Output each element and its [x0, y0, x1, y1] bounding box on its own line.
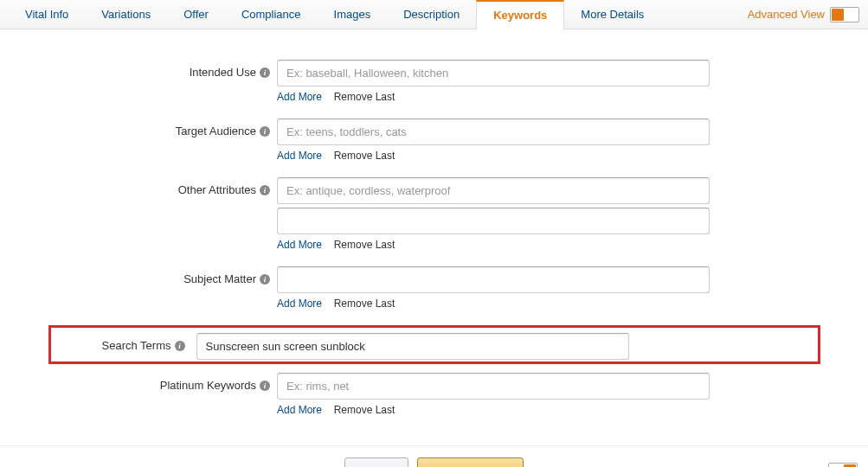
label-text: Intended Use: [190, 66, 256, 79]
input-other-attributes-2[interactable]: [277, 208, 710, 234]
row-other-attributes: Other Attributes i Add More Remove Last: [0, 177, 868, 263]
input-other-attributes-1[interactable]: [277, 177, 710, 204]
row-subject-matter: Subject Matter i Add More Remove Last: [0, 266, 868, 322]
input-target-audience[interactable]: [277, 118, 710, 145]
label-text: Other Attributes: [178, 183, 256, 196]
tab-images[interactable]: Images: [318, 0, 388, 29]
tab-more-details[interactable]: More Details: [564, 0, 660, 29]
advanced-view-label: Advanced View: [748, 8, 825, 21]
tab-description[interactable]: Description: [387, 0, 476, 29]
add-more-link[interactable]: Add More: [277, 150, 322, 162]
toggle-knob: [832, 9, 844, 21]
row-intended-use: Intended Use i Add More Remove Last: [0, 60, 868, 115]
label-text: Target Audience: [176, 125, 256, 138]
tab-offer[interactable]: Offer: [167, 0, 225, 29]
label-subject-matter: Subject Matter i: [0, 266, 277, 285]
advanced-view-label: Advanced View: [746, 464, 823, 468]
add-more-link[interactable]: Add More: [277, 297, 322, 310]
remove-last-link[interactable]: Remove Last: [334, 239, 395, 251]
tab-bar: Vital Info Variations Offer Compliance I…: [0, 0, 868, 29]
footer: Cancel Save and finish Advanced View: [0, 446, 868, 467]
advanced-view-toggle[interactable]: [830, 7, 859, 22]
info-icon[interactable]: i: [260, 274, 270, 285]
tab-compliance[interactable]: Compliance: [225, 0, 318, 29]
label-target-audience: Target Audience i: [0, 118, 277, 138]
info-icon[interactable]: i: [260, 381, 270, 391]
label-platinum-keywords: Platinum Keywords i: [0, 373, 277, 392]
advanced-view-control-footer: Advanced View: [746, 463, 858, 467]
label-text: Subject Matter: [183, 272, 256, 285]
info-icon[interactable]: i: [260, 185, 270, 195]
info-icon[interactable]: i: [260, 67, 270, 78]
remove-last-link[interactable]: Remove Last: [334, 404, 395, 416]
input-intended-use[interactable]: [277, 60, 710, 86]
info-icon[interactable]: i: [260, 126, 270, 137]
label-other-attributes: Other Attributes i: [0, 177, 277, 196]
tab-variations[interactable]: Variations: [85, 0, 167, 29]
row-platinum-keywords: Platinum Keywords i Add More Remove Last: [0, 373, 868, 419]
form-area: Intended Use i Add More Remove Last Targ…: [0, 29, 868, 440]
advanced-view-toggle-footer[interactable]: [828, 463, 858, 467]
remove-last-link[interactable]: Remove Last: [334, 91, 395, 103]
add-more-link[interactable]: Add More: [277, 404, 322, 416]
remove-last-link[interactable]: Remove Last: [334, 150, 395, 162]
cancel-button[interactable]: Cancel: [344, 457, 408, 468]
info-icon[interactable]: i: [175, 341, 185, 351]
label-search-terms: Search Terms i: [58, 333, 192, 352]
row-target-audience: Target Audience i Add More Remove Last: [0, 118, 868, 174]
row-search-terms: Search Terms i: [58, 333, 811, 360]
add-more-link[interactable]: Add More: [277, 239, 322, 251]
remove-last-link[interactable]: Remove Last: [334, 297, 395, 310]
add-more-link[interactable]: Add More: [277, 91, 322, 103]
label-intended-use: Intended Use i: [0, 60, 277, 79]
tab-keywords[interactable]: Keywords: [476, 0, 564, 30]
label-text: Search Terms: [102, 339, 171, 352]
input-search-terms[interactable]: [196, 333, 629, 360]
input-subject-matter[interactable]: [277, 266, 710, 293]
search-terms-highlight: Search Terms i: [48, 325, 820, 364]
label-text: Platinum Keywords: [160, 379, 256, 392]
input-platinum-keywords[interactable]: [277, 373, 710, 400]
tab-vital-info[interactable]: Vital Info: [9, 0, 85, 29]
advanced-view-control: Advanced View: [748, 7, 859, 22]
save-button[interactable]: Save and finish: [417, 457, 524, 468]
